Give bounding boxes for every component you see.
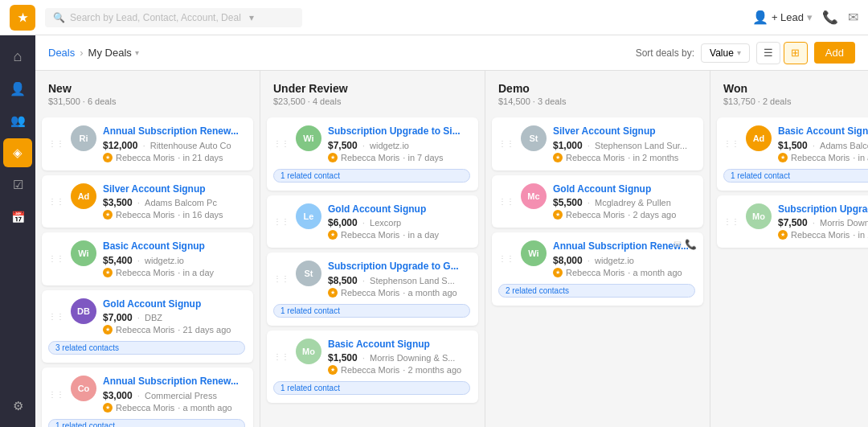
col-meta-new: $31,500 · 6 deals	[48, 96, 247, 106]
list-view-button[interactable]: ☰	[756, 42, 780, 64]
breadcrumb-my-deals[interactable]: My Deals ▾	[88, 47, 139, 59]
card-amount: $8,000	[553, 255, 583, 266]
card-info: Subscription Upgrade to G... $8,500 ·Ste…	[328, 261, 470, 298]
card-title[interactable]: Basic Account Signup	[778, 125, 868, 138]
avatar: Mc	[521, 183, 547, 209]
card-time: · a month ago	[178, 403, 231, 413]
card-amount: $7,500	[778, 217, 808, 228]
card-agent: ★ Rebecca Moris · in a month	[778, 153, 868, 162]
kanban-view-button[interactable]: ⊞	[784, 42, 808, 64]
deal-card-d1[interactable]: ⋮⋮ St Silver Account Signup $1,000 ·Step…	[492, 117, 703, 170]
avatar: Mo	[296, 339, 321, 364]
deal-card-ur3[interactable]: ⋮⋮ St Subscription Upgrade to G... $8,50…	[267, 253, 478, 326]
card-drag-handle: ⋮⋮	[48, 139, 64, 148]
user-icon[interactable]: 👤 + Lead ▾	[752, 10, 813, 25]
card-amount: $1,000	[553, 140, 583, 151]
card-company: Adams Balcom Pc	[820, 141, 868, 150]
avatar: Ad	[746, 125, 772, 151]
card-amount: $5,400	[103, 255, 133, 266]
card-title[interactable]: Silver Account Signup	[553, 125, 695, 138]
search-dropdown-icon[interactable]: ▾	[249, 12, 254, 23]
kanban-col-won: Won $13,750 · 2 deals ⋮⋮ Ad Basic Accoun…	[710, 71, 868, 427]
card-title[interactable]: Basic Account Signup	[328, 339, 470, 351]
card-drag-handle: ⋮⋮	[273, 139, 289, 148]
card-agent: ★ Rebecca Moris · in 7 days	[328, 153, 470, 162]
agent-avatar: ★	[553, 268, 563, 277]
card-tag: 1 related contact	[273, 381, 470, 395]
kanban-col-new: New $31,500 · 6 deals ⋮⋮ Ri Annual Subsc…	[35, 71, 260, 427]
card-time: · in 16 days	[178, 210, 223, 220]
sidebar-item-home[interactable]: ⌂	[3, 42, 32, 71]
agent-avatar: ★	[328, 365, 338, 375]
deal-card-c2[interactable]: ⋮⋮ Ad Silver Account Signup $3,500 ·Adam…	[42, 175, 253, 228]
deal-card-w1[interactable]: ⋮⋮ Ad Basic Account Signup $1,500 ·Adams…	[717, 117, 868, 191]
card-title[interactable]: Subscription Upgrade to G...	[328, 261, 470, 273]
deal-card-w2[interactable]: ⋮⋮ Mo Subscription Upgrade to G... $7,50…	[717, 195, 868, 248]
add-lead-button[interactable]: + Lead	[772, 11, 804, 23]
sidebar-item-contacts[interactable]: 👥	[3, 106, 32, 135]
card-time: · in a month	[853, 153, 868, 162]
breadcrumb-deals[interactable]: Deals	[48, 47, 75, 59]
add-button[interactable]: Add	[814, 42, 855, 64]
col-title-won: Won	[723, 82, 868, 95]
deal-card-ur1[interactable]: ⋮⋮ Wi Subscription Upgrade to Si... $7,5…	[267, 117, 478, 191]
card-info: Subscription Upgrade to G... $7,500 ·Mor…	[778, 203, 868, 240]
avatar: Ri	[71, 125, 96, 151]
card-title[interactable]: Silver Account Signup	[103, 183, 245, 196]
sidebar-item-calendar[interactable]: 📅	[3, 203, 32, 232]
card-top: ⋮⋮ St Subscription Upgrade to G... $8,50…	[273, 261, 470, 298]
card-title[interactable]: Basic Account Signup	[103, 240, 245, 253]
card-title[interactable]: Annual Subscription Renew...	[103, 125, 245, 138]
mail-icon[interactable]: ✉	[848, 10, 858, 25]
card-drag-handle: ⋮⋮	[498, 139, 514, 148]
search-bar[interactable]: 🔍 Search by Lead, Contact, Account, Deal…	[45, 8, 302, 27]
card-time: · in a day	[403, 230, 439, 240]
card-amount: $7,000	[103, 312, 133, 323]
card-top: ⋮⋮ Mc Gold Account Signup $5,500 ·Mcglad…	[498, 183, 695, 220]
agent-name: Rebecca Moris	[566, 210, 624, 220]
deal-card-ur2[interactable]: ⋮⋮ Le Gold Account Signup $6,000 ·Lexcor…	[267, 195, 478, 248]
phone-icon[interactable]: 📞	[822, 10, 838, 25]
agent-avatar: ★	[103, 210, 113, 220]
card-time: · in 2 months	[628, 153, 678, 162]
deal-card-c4[interactable]: ⋮⋮ DB Gold Account Signup $7,000 ·DBZ ★ …	[42, 290, 253, 363]
card-company: widgetz.io	[595, 256, 634, 265]
col-header-new: New $31,500 · 6 deals	[35, 71, 260, 114]
view-icons: ☰ ⊞	[756, 42, 808, 64]
card-company: widgetz.io	[370, 141, 409, 150]
phone-action-icon[interactable]: 📞	[685, 239, 697, 250]
sidebar-item-settings[interactable]: ⚙	[3, 392, 32, 421]
deal-card-c1[interactable]: ⋮⋮ Ri Annual Subscription Renew... $12,0…	[42, 117, 253, 170]
card-top: ⋮⋮ Ad Silver Account Signup $3,500 ·Adam…	[48, 183, 245, 220]
deal-card-ur4[interactable]: ⋮⋮ Mo Basic Account Signup $1,500 ·Morri…	[267, 331, 478, 404]
card-info: Gold Account Signup $6,000 ·Lexcorp ★ Re…	[328, 203, 470, 240]
card-title[interactable]: Gold Account Signup	[103, 298, 245, 311]
col-cards-demo: ⋮⋮ St Silver Account Signup $1,000 ·Step…	[485, 114, 710, 427]
sidebar-item-deals[interactable]: ◈	[3, 138, 32, 167]
sort-value-button[interactable]: Value ▾	[701, 43, 750, 63]
card-title[interactable]: Gold Account Signup	[553, 183, 695, 196]
deal-card-d2[interactable]: ⋮⋮ Mc Gold Account Signup $5,500 ·Mcglad…	[492, 175, 703, 228]
deal-card-c3[interactable]: ⋮⋮ Wi Basic Account Signup $5,400 ·widge…	[42, 232, 253, 285]
card-title[interactable]: Subscription Upgrade to G...	[778, 203, 868, 216]
col-cards-new: ⋮⋮ Ri Annual Subscription Renew... $12,0…	[35, 114, 260, 427]
email-action-icon[interactable]: ✉	[674, 239, 682, 250]
agent-avatar: ★	[553, 153, 563, 162]
card-title[interactable]: Gold Account Signup	[328, 203, 470, 216]
add-lead-dropdown[interactable]: ▾	[807, 11, 813, 23]
deal-card-c5[interactable]: ⋮⋮ Co Annual Subscription Renew... $3,00…	[42, 367, 253, 427]
sidebar-item-person[interactable]: 👤	[3, 74, 32, 103]
breadcrumb-dropdown-icon[interactable]: ▾	[135, 48, 139, 57]
deal-card-d3[interactable]: ✉ 📞 ⋮⋮ Wi Annual Subscription Renew... $…	[492, 232, 703, 306]
col-title-demo: Demo	[498, 82, 697, 95]
card-agent: ★ Rebecca Moris · a month ago	[103, 403, 245, 413]
card-info: Annual Subscription Renew... $12,000 ·Ri…	[103, 125, 245, 162]
card-drag-handle: ⋮⋮	[48, 390, 64, 399]
card-title[interactable]: Annual Subscription Renew...	[103, 376, 245, 388]
card-time: · in 7 days	[403, 153, 443, 162]
sidebar-item-activity[interactable]: ☑	[3, 170, 32, 199]
card-title[interactable]: Subscription Upgrade to Si...	[328, 125, 470, 138]
card-top: ⋮⋮ Wi Basic Account Signup $5,400 ·widge…	[48, 240, 245, 277]
card-company: DBZ	[145, 313, 162, 322]
avatar: St	[521, 125, 547, 151]
